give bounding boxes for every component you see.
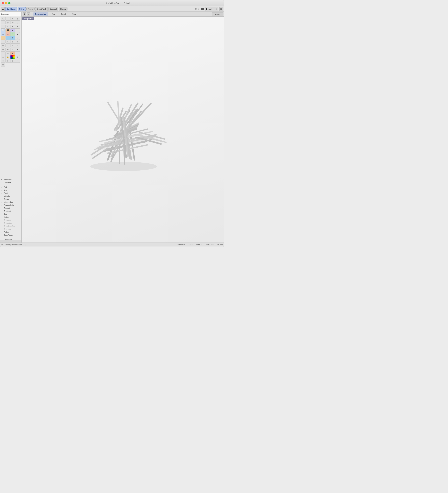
snap-item-knot[interactable]: Knot (1, 213, 20, 216)
info-tool[interactable]: ⓘ (15, 40, 20, 44)
circle-tool[interactable]: ○ (1, 21, 5, 24)
minimize-button[interactable] (5, 2, 7, 4)
solid-tool[interactable]: ◼ (10, 28, 15, 32)
light-tool[interactable]: ⊙ (1, 55, 5, 59)
render-icon[interactable]: ⬥ (10, 51, 15, 55)
snap-one-shot-label: One shot (4, 182, 11, 184)
zoom-out-tool[interactable]: ⊖ (5, 47, 10, 51)
surface-tool[interactable]: ⬜ (1, 28, 5, 32)
boolean-tool[interactable]: ⊕ (1, 32, 5, 36)
trim-tool[interactable]: ✂ (10, 25, 15, 28)
snap-check-intersection: ✓ (1, 201, 3, 203)
tab-right[interactable]: Right (70, 12, 78, 16)
snap-item-point[interactable]: ✓Point (1, 192, 20, 195)
cage-tool[interactable]: ⬧ (15, 32, 20, 36)
maximize-button[interactable] (8, 2, 11, 4)
snap-panel: • Persistent One shot ✓End✓Near✓PointMid… (0, 177, 22, 240)
color-tool[interactable] (10, 55, 15, 59)
default-dropdown[interactable]: Default ▼ (205, 7, 218, 11)
zoom-win-tool[interactable]: ⊡ (10, 47, 15, 51)
history-button[interactable]: History (59, 7, 67, 11)
snap-item-midpoint[interactable]: Midpoint (1, 195, 20, 198)
single-view-icon[interactable]: ▭ (27, 12, 30, 16)
snap-label-project: Project (4, 231, 9, 233)
mesh-tool[interactable]: ⋯ (15, 28, 20, 32)
snap-item-on-polysurface[interactable]: On polysurface (1, 224, 20, 228)
polygon-tool[interactable]: ⬡ (15, 21, 20, 24)
material-tool[interactable]: 🔒 (5, 55, 10, 59)
left-panel-scrollbar[interactable] (0, 240, 22, 243)
hatch-tool[interactable]: ⬡ (10, 59, 15, 63)
layouts-button[interactable]: Layouts... (212, 12, 223, 16)
snap-item-on-surface[interactable]: On surface (1, 222, 20, 224)
snap-item-on-mesh[interactable]: On mesh (1, 228, 20, 231)
axis-tool[interactable]: ⊞ (1, 63, 5, 67)
tab-front[interactable]: Front (59, 12, 67, 16)
snap-item-quadrant[interactable]: Quadrant (1, 210, 20, 213)
poly-tool[interactable]: ∠ (15, 17, 20, 21)
select-tool[interactable]: ↖ (1, 17, 5, 21)
snap-label-perpendicular: Perpendicular (4, 204, 14, 206)
viewport-3d[interactable]: Perspective (22, 17, 224, 243)
camera-tool[interactable]: ⌖ (1, 51, 5, 55)
offset-tool[interactable]: ≡ (15, 25, 20, 28)
extra-tool[interactable]: ⊛ (15, 55, 20, 59)
trans-tool[interactable]: ↕ (1, 36, 5, 40)
snap-item-project[interactable]: ✓Project (1, 231, 20, 234)
color-swatch[interactable] (201, 8, 204, 10)
dim-tool[interactable]: ⬡ (10, 32, 15, 36)
snap-item-intersection[interactable]: ✓Intersection (1, 201, 20, 204)
check-tool[interactable]: ✓ (5, 44, 10, 47)
snap-item-near[interactable]: ✓Near (1, 189, 20, 192)
snap-item-perpendicular[interactable]: ✓Perpendicular (1, 204, 20, 207)
move-tool[interactable]: ✛ (5, 36, 10, 40)
zoom-all-tool[interactable]: ⊠ (15, 47, 20, 51)
grid2-tool[interactable]: ⊞ (10, 40, 15, 44)
dots-tool[interactable]: ⠿ (5, 40, 10, 44)
rect-tool[interactable]: ▭ (10, 21, 15, 24)
arrow-tool[interactable]: ➤ (15, 59, 20, 63)
tab-perspective[interactable]: Perspective (34, 12, 48, 16)
snap-one-shot[interactable]: One shot (1, 181, 20, 184)
snap-persistent[interactable]: • Persistent (1, 178, 20, 181)
arc-tool[interactable]: ⌒ (1, 25, 5, 28)
tab-top[interactable]: Top (51, 12, 57, 16)
layout-icon-button[interactable]: ⊞ (219, 7, 223, 11)
snap-item-center[interactable]: Center (1, 198, 20, 201)
scale-tool[interactable]: ⤢ (15, 36, 20, 40)
snap-item-tangent[interactable]: Tangent (1, 207, 20, 210)
snap-item-vertex[interactable]: Vertex (1, 216, 20, 219)
script-tool[interactable]: ⊙ (15, 44, 20, 47)
curve-tool[interactable]: ∿ (10, 17, 15, 21)
ellipse-tool[interactable]: ◎ (5, 21, 10, 24)
analyze-tool[interactable]: ⊘ (1, 44, 5, 47)
car-tool[interactable]: ⊡ (5, 51, 10, 55)
snap-item-disable-all[interactable]: Disable all (1, 238, 20, 240)
empty-tool (15, 51, 20, 55)
fillet-tool[interactable]: ⌓ (5, 25, 10, 28)
point-tool[interactable]: · (5, 17, 10, 21)
globe-tool[interactable]: ⊗ (1, 59, 5, 63)
fillet3d-tool[interactable]: ⌓ (5, 32, 10, 36)
close-button[interactable] (2, 2, 4, 4)
extrude-tool[interactable]: ⬛ (5, 28, 10, 32)
smart-track-button[interactable]: SmartTrack (35, 7, 47, 11)
grid-snap-button[interactable]: Grid Snap (5, 7, 17, 11)
snap-divider-2 (1, 237, 20, 237)
snap-item-on-curve[interactable]: On curve (1, 219, 20, 222)
snap-item-end[interactable]: ✓End (1, 186, 20, 189)
four-view-icon[interactable]: ⊞ (22, 12, 26, 16)
search-tool[interactable]: ⌕ (10, 44, 15, 47)
snap-item-smarttrack[interactable]: SmartTrack (1, 234, 20, 236)
planar-button[interactable]: Planar (26, 7, 35, 11)
sidebar-toggle-button[interactable]: ☰ (1, 7, 5, 11)
snap-persistent-check: • (1, 179, 3, 180)
tab-divider-2: | (49, 13, 49, 15)
rotate-tool[interactable]: ↻ (10, 36, 15, 40)
zoom-in-tool[interactable]: ⊕ (1, 47, 5, 51)
text-tool[interactable]: T (1, 40, 5, 44)
snap-label-point: Point (4, 192, 8, 194)
sphere-tool[interactable]: ⊙ (5, 59, 10, 63)
gumball-button[interactable]: Gumball (48, 7, 58, 11)
ortho-button[interactable]: Ortho (18, 7, 26, 11)
